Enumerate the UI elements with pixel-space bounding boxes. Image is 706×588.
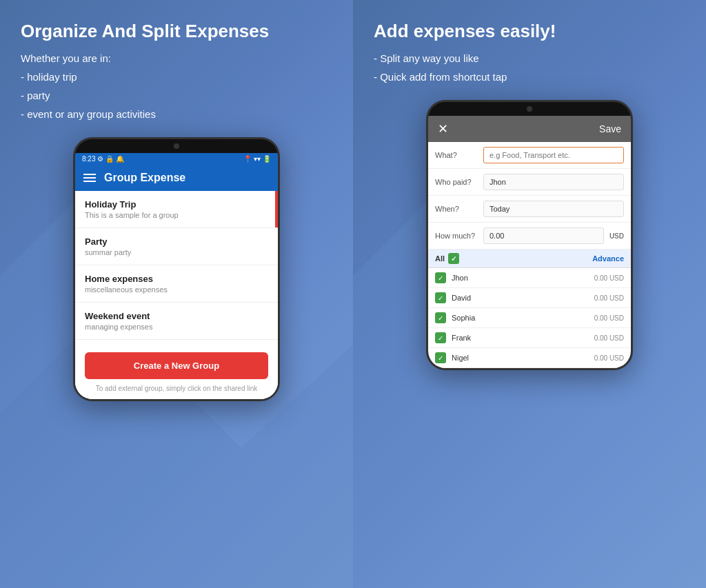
group-title-4: Weekend event xyxy=(85,311,268,321)
subtitle-line4: - event or any group activities xyxy=(21,108,156,120)
group-sub-3: miscellaneous expenses xyxy=(85,285,268,294)
subtitle-line1: Whether you are in: xyxy=(21,52,111,64)
right-subtitle-line2: - Quick add from shortcut tap xyxy=(374,71,507,83)
hamburger-line3 xyxy=(83,181,96,182)
form-header: ✕ Save xyxy=(428,116,631,142)
person-checkmark-4[interactable]: ✓ xyxy=(435,352,446,363)
group-list: Holiday Trip This is a sample for a grou… xyxy=(75,191,278,399)
group-item[interactable]: Holiday Trip This is a sample for a grou… xyxy=(75,191,278,228)
status-time: 8:23 xyxy=(82,155,95,163)
phone-camera-left xyxy=(75,139,278,153)
how-much-value[interactable]: 0.00 xyxy=(483,227,604,244)
group-title-3: Home expenses xyxy=(85,274,268,284)
person-row[interactable]: ✓ Jhon 0.00 USD xyxy=(428,268,631,288)
group-sub-2: summar party xyxy=(85,248,268,256)
when-row: When? Today xyxy=(428,196,631,223)
group-item[interactable]: Home expenses miscellaneous expenses xyxy=(75,265,278,303)
person-checkmark-3[interactable]: ✓ xyxy=(435,332,446,343)
what-label: What? xyxy=(435,151,478,159)
currency-badge: USD xyxy=(609,232,624,240)
who-paid-row: Who paid? Jhon xyxy=(428,169,631,196)
camera-dot-left xyxy=(174,143,179,149)
group-title-2: Party xyxy=(85,236,268,247)
subtitle-line2: - holiday trip xyxy=(21,71,77,83)
person-name-0: Jhon xyxy=(452,274,589,282)
left-panel: Organize And Split Expenses Whether you … xyxy=(0,0,353,588)
app-title-left: Group Expense xyxy=(104,172,185,184)
hamburger-line1 xyxy=(83,174,96,175)
group-sub-4: managing expenses xyxy=(85,323,268,331)
person-row[interactable]: ✓ Frank 0.00 USD xyxy=(428,328,631,348)
group-title-1: Holiday Trip xyxy=(85,199,268,210)
person-name-4: Nigel xyxy=(452,354,589,362)
person-amount-4: 0.00 USD xyxy=(594,354,624,362)
location-icon: 📍 xyxy=(243,155,252,163)
status-bar-left: 8:23 ⚙ 🔒 🔔 📍 ▾▾ 🔋 xyxy=(75,153,278,165)
person-amount-1: 0.00 USD xyxy=(594,294,624,302)
hamburger-menu[interactable] xyxy=(83,174,96,182)
left-panel-subtitle: Whether you are in: - holiday trip - par… xyxy=(21,49,332,123)
left-panel-title: Organize And Split Expenses xyxy=(21,21,332,42)
create-hint: To add external group, simply click on t… xyxy=(85,385,268,392)
person-checkmark-1[interactable]: ✓ xyxy=(435,292,446,303)
settings-icon: ⚙ xyxy=(97,155,103,163)
red-accent-1 xyxy=(275,191,278,227)
how-much-label: How much? xyxy=(435,232,478,240)
status-right-info: 📍 ▾▾ 🔋 xyxy=(243,155,271,163)
what-input[interactable] xyxy=(483,147,624,163)
person-name-3: Frank xyxy=(452,334,589,342)
person-amount-2: 0.00 USD xyxy=(594,314,624,322)
hamburger-line2 xyxy=(83,177,96,179)
close-button[interactable]: ✕ xyxy=(438,121,448,136)
subtitle-line3: - party xyxy=(21,90,50,101)
sound-icon: 🔔 xyxy=(116,155,124,163)
right-panel-subtitle: - Split any way you like - Quick add fro… xyxy=(374,49,685,86)
phone-left-mockup: 8:23 ⚙ 🔒 🔔 📍 ▾▾ 🔋 Group Expense Holiday … xyxy=(73,137,280,401)
form-body: What? Who paid? Jhon When? Today How muc… xyxy=(428,142,631,368)
advance-label[interactable]: Advance xyxy=(592,254,624,263)
split-header: All ✓ Advance xyxy=(428,250,631,268)
create-new-group-button[interactable]: Create a New Group xyxy=(85,352,268,379)
when-label: When? xyxy=(435,205,478,213)
person-checkmark-2[interactable]: ✓ xyxy=(435,312,446,323)
person-name-2: Sophia xyxy=(452,314,589,322)
group-item[interactable]: Weekend event managing expenses xyxy=(75,303,278,340)
when-value[interactable]: Today xyxy=(483,201,624,217)
right-panel: Add expenses easily! - Split any way you… xyxy=(353,0,706,588)
what-row: What? xyxy=(428,142,631,169)
how-much-row: How much? 0.00 USD xyxy=(428,223,631,250)
save-button[interactable]: Save xyxy=(599,123,621,134)
all-label-container: All ✓ xyxy=(435,253,459,264)
lock-icon: 🔒 xyxy=(105,155,114,163)
camera-dot-right xyxy=(527,106,532,112)
all-text: All xyxy=(435,254,445,263)
right-panel-title: Add expenses easily! xyxy=(374,21,685,42)
person-amount-0: 0.00 USD xyxy=(594,274,624,282)
create-btn-container: Create a New Group To add external group… xyxy=(75,340,278,399)
all-checkmark[interactable]: ✓ xyxy=(448,253,459,264)
status-left-info: 8:23 ⚙ 🔒 🔔 xyxy=(82,155,124,163)
person-amount-3: 0.00 USD xyxy=(594,334,624,342)
group-item[interactable]: Party summar party xyxy=(75,228,278,265)
battery-icon: 🔋 xyxy=(263,155,271,163)
wifi-icon: ▾▾ xyxy=(254,155,261,163)
person-row[interactable]: ✓ David 0.00 USD xyxy=(428,288,631,308)
person-name-1: David xyxy=(452,294,589,302)
phone-camera-right xyxy=(428,102,631,116)
phone-right-mockup: ✕ Save What? Who paid? Jhon When? Today … xyxy=(426,100,633,370)
person-row[interactable]: ✓ Sophia 0.00 USD xyxy=(428,308,631,328)
app-header-left: Group Expense xyxy=(75,165,278,191)
right-subtitle-line1: - Split any way you like xyxy=(374,52,479,64)
person-row[interactable]: ✓ Nigel 0.00 USD xyxy=(428,348,631,368)
who-paid-label: Who paid? xyxy=(435,178,478,186)
who-paid-value[interactable]: Jhon xyxy=(483,174,624,190)
person-checkmark-0[interactable]: ✓ xyxy=(435,272,446,283)
group-sub-1: This is a sample for a group xyxy=(85,211,268,219)
